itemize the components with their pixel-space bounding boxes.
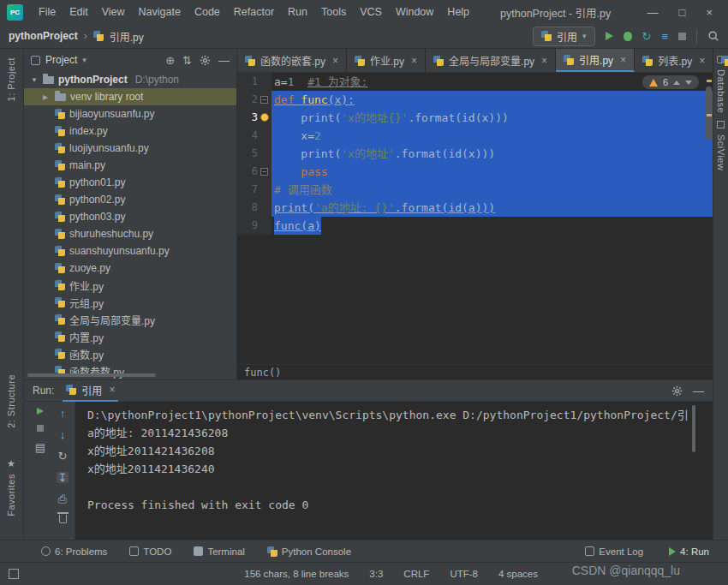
collapse-all-icon[interactable]: ⇅	[182, 55, 192, 66]
code-line-7[interactable]: 7# 调用函数	[237, 181, 713, 199]
coverage-button[interactable]: ↻	[642, 31, 652, 42]
toolwindow-button-terminal[interactable]: Terminal	[194, 546, 244, 557]
stop-button[interactable]	[37, 425, 44, 432]
close-icon[interactable]: ×	[541, 55, 547, 67]
tree-item-file[interactable]: suanshuyunsuanfu.py	[24, 242, 236, 260]
rerun-button[interactable]	[37, 408, 44, 415]
error-stripe-mark[interactable]	[707, 80, 712, 82]
debug-button[interactable]	[624, 32, 632, 41]
editor-tab[interactable]: 作业.py×	[347, 49, 426, 72]
tree-item-file[interactable]: 全局与局部变量.py	[24, 311, 236, 328]
toolwindow-button-python-console[interactable]: Python Console	[267, 546, 351, 557]
menu-item-navigate[interactable]: Navigate	[132, 3, 188, 21]
hide-panel-icon[interactable]: —	[693, 385, 704, 397]
intention-bulb-icon[interactable]	[260, 113, 269, 122]
tree-item-file[interactable]: shuruheshuchu.py	[24, 225, 236, 242]
editor-tab[interactable]: 全局与局部变量.py×	[426, 49, 556, 72]
console-output[interactable]: D:\pythonProject1\pythonProject\venv\Scr…	[75, 402, 713, 540]
code-editor[interactable]: 1a=1 #1 为对象:2–def func(x):3 print('x的地址{…	[237, 73, 713, 364]
tool-stripe-database[interactable]: Database	[716, 69, 726, 113]
run-tab[interactable]: 引用 ×	[63, 380, 118, 402]
code-line-5[interactable]: 5 print('x的地址'.format(id(x)))	[237, 145, 713, 163]
menu-item-window[interactable]: Window	[389, 3, 440, 21]
minimize-button[interactable]: —	[647, 6, 659, 19]
code-line-3[interactable]: 3 print('x的地址{}'.format(id(x)))	[237, 109, 713, 127]
tree-item-file[interactable]: 元组.py	[24, 294, 236, 311]
settings-gear-icon[interactable]	[671, 385, 683, 397]
tree-item-file[interactable]: luojiyunsuanfu.py	[24, 140, 236, 157]
menu-item-edit[interactable]: Edit	[63, 3, 95, 21]
code-line-4[interactable]: 4 x=2	[237, 127, 713, 145]
toolwindow-button-6-problems[interactable]: 6: Problems	[41, 546, 107, 557]
breadcrumb-scope[interactable]: func()	[244, 367, 281, 379]
menu-item-code[interactable]: Code	[188, 3, 227, 21]
print-icon[interactable]: ⎙	[58, 493, 67, 504]
project-view-title[interactable]: Project	[45, 54, 77, 66]
tree-collapsed-icon[interactable]: ▶	[43, 93, 51, 101]
profiler-button[interactable]: ≡	[661, 31, 668, 42]
tree-item-file[interactable]: bijiaoyunsuanfu.py	[24, 105, 236, 122]
inspections-widget[interactable]: 6	[642, 75, 699, 89]
status-item[interactable]: 4 spaces	[498, 569, 538, 579]
soft-wrap-icon[interactable]: ↻	[58, 451, 68, 462]
toolwindow-toggle-icon[interactable]	[9, 569, 19, 579]
tree-item-file[interactable]: index.py	[24, 122, 236, 140]
breadcrumb-file[interactable]: 引用.py	[110, 29, 144, 44]
settings-gear-icon[interactable]	[200, 55, 211, 66]
tree-item-file[interactable]: main.py	[24, 157, 236, 174]
status-item[interactable]: UTF-8	[450, 569, 478, 579]
menu-item-tools[interactable]: Tools	[314, 3, 353, 21]
tree-item-file[interactable]: 函数参数.py	[24, 362, 236, 379]
fold-marker-icon[interactable]: –	[260, 96, 268, 104]
status-item[interactable]: 156 chars, 8 line breaks	[244, 569, 349, 579]
fold-marker-icon[interactable]: –	[260, 168, 268, 176]
editor-tab[interactable]: 引用.py×	[556, 49, 635, 72]
tool-stripe-sciview[interactable]: SciView	[716, 134, 726, 170]
menu-item-file[interactable]: File	[32, 3, 63, 21]
tool-stripe-project[interactable]: 1: Project	[6, 57, 16, 101]
toolwindow-button-4-run[interactable]: 4: Run	[669, 546, 709, 557]
code-line-1[interactable]: 1a=1 #1 为对象:	[237, 73, 713, 91]
clear-console-icon[interactable]	[59, 515, 67, 523]
chevron-down-icon[interactable]: ▾	[82, 56, 87, 64]
menu-item-help[interactable]: Help	[440, 3, 476, 21]
tree-item-venv[interactable]: ▶venv library root	[24, 88, 236, 105]
console-scrollbar[interactable]	[692, 405, 695, 452]
code-line-8[interactable]: 8print('a的地址: {}'.format(id(a)))	[237, 199, 713, 217]
restore-layout-icon[interactable]: ▤	[35, 442, 45, 453]
tree-item-file[interactable]: python03.py	[24, 208, 236, 225]
tree-item-file[interactable]: python02.py	[24, 191, 236, 208]
tree-item-file[interactable]: 函数.py	[24, 345, 236, 362]
status-item[interactable]: CRLF	[403, 569, 429, 579]
tree-item-file[interactable]: zuoye.py	[24, 260, 236, 277]
scroll-to-end-icon[interactable]: ↧	[57, 472, 69, 483]
prev-warning-icon[interactable]	[673, 81, 680, 85]
close-button[interactable]: ×	[706, 6, 713, 19]
next-warning-icon[interactable]	[685, 81, 692, 85]
stop-button[interactable]	[678, 33, 686, 40]
menu-item-run[interactable]: Run	[281, 3, 314, 21]
tree-item-file[interactable]: 内置.py	[24, 328, 236, 345]
close-icon[interactable]: ×	[109, 384, 115, 396]
editor-tab[interactable]: …×	[713, 49, 728, 72]
menu-item-vcs[interactable]: VCS	[353, 3, 389, 21]
close-icon[interactable]: ×	[620, 54, 626, 66]
code-line-2[interactable]: 2–def func(x):	[237, 91, 713, 109]
run-button[interactable]	[606, 32, 613, 40]
breadcrumb-project[interactable]: pythonProject	[9, 30, 78, 42]
close-icon[interactable]: ×	[411, 55, 417, 67]
tool-stripe-favorites[interactable]: Favorites	[6, 474, 16, 516]
editor-scrollbar[interactable]	[706, 87, 712, 140]
tree-root[interactable]: ▼pythonProjectD:\python	[24, 71, 236, 88]
tool-stripe-structure[interactable]: 2: Structure	[6, 374, 16, 428]
locate-file-icon[interactable]: ⊕	[165, 55, 175, 66]
menu-item-view[interactable]: View	[95, 3, 132, 21]
search-icon[interactable]	[707, 30, 719, 42]
hide-panel-icon[interactable]: —	[218, 55, 230, 66]
tree-expanded-icon[interactable]: ▼	[31, 76, 39, 84]
down-stack-icon[interactable]: ↓	[60, 429, 66, 440]
menu-item-refactor[interactable]: Refactor	[227, 3, 281, 21]
tree-item-file[interactable]: 作业.py	[24, 277, 236, 294]
horizontal-scrollbar[interactable]	[27, 373, 156, 377]
close-icon[interactable]: ×	[332, 55, 338, 67]
